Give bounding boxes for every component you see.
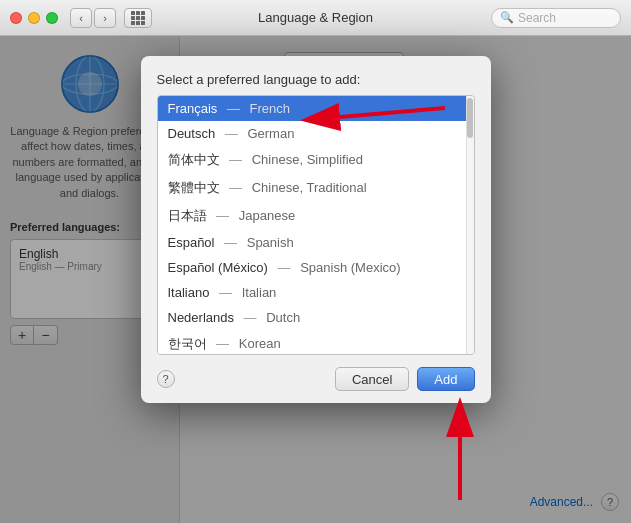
maximize-button[interactable] — [46, 12, 58, 24]
back-button[interactable]: ‹ — [70, 8, 92, 28]
search-placeholder: Search — [518, 11, 556, 25]
title-bar: ‹ › Language & Region 🔍 Search — [0, 0, 631, 36]
search-bar[interactable]: 🔍 Search — [491, 8, 621, 28]
search-icon: 🔍 — [500, 11, 514, 24]
cancel-button[interactable]: Cancel — [335, 367, 409, 391]
nav-buttons: ‹ › — [70, 8, 116, 28]
add-button[interactable]: Add — [417, 367, 474, 391]
forward-button[interactable]: › — [94, 8, 116, 28]
language-options-list[interactable]: Français — FrenchDeutsch — German简体中文 — … — [157, 95, 475, 355]
language-option-0[interactable]: Français — French — [158, 96, 474, 121]
grid-icon — [131, 11, 145, 25]
modal-header: Select a preferred language to add: — [141, 56, 491, 95]
grid-view-button[interactable] — [124, 8, 152, 28]
language-picker-modal: Select a preferred language to add: Fran… — [141, 56, 491, 403]
modal-overlay: Select a preferred language to add: Fran… — [0, 36, 631, 523]
scrollbar-track[interactable] — [466, 96, 474, 354]
window-title: Language & Region — [258, 10, 373, 25]
modal-footer: ? Cancel Add — [141, 355, 491, 403]
language-option-7[interactable]: Italiano — Italian — [158, 280, 474, 305]
traffic-lights — [10, 12, 58, 24]
language-option-6[interactable]: Español (México) — Spanish (Mexico) — [158, 255, 474, 280]
scrollbar-thumb[interactable] — [467, 98, 473, 138]
modal-help-button[interactable]: ? — [157, 370, 175, 388]
language-option-8[interactable]: Nederlands — Dutch — [158, 305, 474, 330]
language-option-3[interactable]: 繁體中文 — Chinese, Traditional — [158, 174, 474, 202]
language-option-1[interactable]: Deutsch — German — [158, 121, 474, 146]
language-option-4[interactable]: 日本語 — Japanese — [158, 202, 474, 230]
close-button[interactable] — [10, 12, 22, 24]
minimize-button[interactable] — [28, 12, 40, 24]
language-option-9[interactable]: 한국어 — Korean — [158, 330, 474, 355]
language-option-5[interactable]: Español — Spanish — [158, 230, 474, 255]
language-option-2[interactable]: 简体中文 — Chinese, Simplified — [158, 146, 474, 174]
